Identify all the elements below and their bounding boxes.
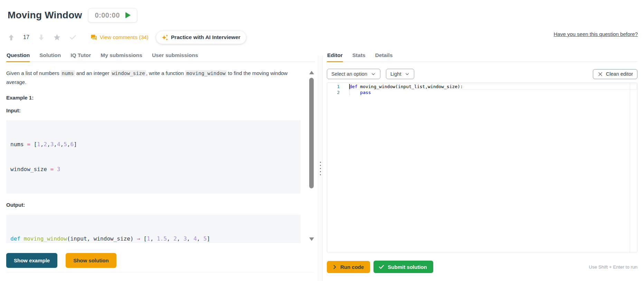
run-code-button[interactable]: Run code xyxy=(327,261,370,273)
line-number: 2 xyxy=(327,90,349,95)
panel-resize-handle[interactable] xyxy=(318,56,323,281)
scrollbar-thumb[interactable] xyxy=(309,78,314,188)
theme-select-value: Light xyxy=(390,71,401,77)
editor-footer: Run code Submit solution Use Shift + Ent… xyxy=(327,261,637,273)
editor-line: 1 def moving_window(input_list,window_si… xyxy=(327,84,637,90)
upvote-icon[interactable] xyxy=(8,34,15,41)
drag-dot xyxy=(320,162,321,163)
editor-panel: Editor Stats Details Select an option Li… xyxy=(327,52,644,281)
drag-dot xyxy=(320,171,321,172)
show-example-button[interactable]: Show example xyxy=(6,253,57,268)
timer-value: 0:00:00 xyxy=(95,11,120,19)
drag-dot xyxy=(320,165,321,166)
chevron-down-icon xyxy=(371,72,376,77)
run-chevron-icon xyxy=(332,264,338,270)
tab-details[interactable]: Details xyxy=(375,52,393,62)
question-content: Given a list of numbers nums and an inte… xyxy=(6,62,315,243)
view-comments-label: View comments (34) xyxy=(100,34,149,40)
question-panel-tabs: Question Solution IQ Tutor My submission… xyxy=(6,52,315,62)
page-header: Moving Window 0:00:00 17 View xyxy=(0,0,644,48)
show-solution-button[interactable]: Show solution xyxy=(66,253,116,268)
input1-label: Input: xyxy=(6,107,301,113)
solved-check-icon[interactable] xyxy=(69,34,77,41)
tab-stats[interactable]: Stats xyxy=(352,52,366,62)
shortcut-hint: Use Shift + Enter to run xyxy=(589,264,637,270)
comments-icon xyxy=(91,34,97,41)
line-number: 1 xyxy=(327,84,349,90)
sparkles-icon xyxy=(162,34,168,41)
editor-line: 2 pass xyxy=(327,90,637,95)
drag-dot xyxy=(320,168,321,169)
vote-count: 17 xyxy=(23,34,29,40)
run-code-label: Run code xyxy=(340,264,364,270)
example1-label: Example 1: xyxy=(6,95,301,101)
clean-editor-label: Clean editor xyxy=(606,71,633,77)
editor-panel-tabs: Editor Stats Details xyxy=(327,52,637,62)
question-panel: Question Solution IQ Tutor My submission… xyxy=(0,52,315,281)
seen-before-link[interactable]: Have you seen this question before? xyxy=(554,31,638,37)
drag-dot xyxy=(320,174,321,175)
theme-select-dropdown[interactable]: Light xyxy=(386,69,414,79)
question-scrollbar[interactable] xyxy=(309,71,314,241)
submit-solution-button[interactable]: Submit solution xyxy=(373,261,433,273)
ai-interviewer-label: Practice with AI Interviewer xyxy=(171,34,240,40)
timer-widget: 0:00:00 xyxy=(88,8,137,22)
output1-label: Output: xyxy=(6,202,301,208)
editor-scrollbar-track[interactable] xyxy=(630,83,630,252)
editor-toolbar: Select an option Light Clean editor xyxy=(327,69,637,79)
tab-solution[interactable]: Solution xyxy=(39,52,61,62)
downvote-icon[interactable] xyxy=(38,34,45,41)
chevron-down-icon xyxy=(405,72,410,77)
ai-interviewer-button[interactable]: Practice with AI Interviewer xyxy=(156,31,246,44)
close-x-icon xyxy=(597,71,603,77)
view-comments-link[interactable]: View comments (34) xyxy=(91,34,149,41)
text-cursor xyxy=(349,84,350,89)
example1-input-code: nums = [1,2,3,4,5,6] window_size = 3 xyxy=(6,120,301,194)
scrollbar-up-icon[interactable] xyxy=(309,71,314,74)
submit-check-icon xyxy=(378,264,385,270)
language-select-value: Select an option xyxy=(331,71,367,77)
question-footer: Show example Show solution xyxy=(6,253,314,272)
bookmark-star-icon[interactable] xyxy=(53,34,61,41)
language-select-dropdown[interactable]: Select an option xyxy=(327,69,380,79)
tab-question[interactable]: Question xyxy=(6,52,30,62)
scrollbar-down-icon[interactable] xyxy=(309,237,314,241)
example1-output-code: def moving_window(input, window_size) → … xyxy=(6,215,301,243)
tab-my-submissions[interactable]: My submissions xyxy=(100,52,143,62)
tab-editor[interactable]: Editor xyxy=(327,52,343,62)
submit-solution-label: Submit solution xyxy=(388,264,427,270)
play-icon[interactable] xyxy=(125,12,131,18)
page-title: Moving Window xyxy=(8,10,82,21)
tab-user-submissions[interactable]: User submissions xyxy=(152,52,199,62)
question-description: Given a list of numbers nums and an inte… xyxy=(6,69,301,87)
tab-iq-tutor[interactable]: IQ Tutor xyxy=(70,52,91,62)
code-editor[interactable]: 1 def moving_window(input_list,window_si… xyxy=(327,83,637,252)
clean-editor-button[interactable]: Clean editor xyxy=(593,69,637,79)
